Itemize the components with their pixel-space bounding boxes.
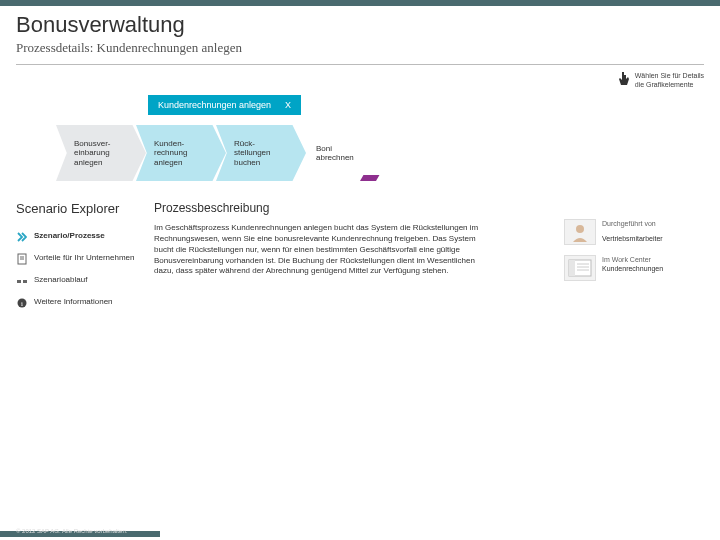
copyright: © 2012 SAP AG. Alle Rechte vorbehalten.: [16, 528, 127, 534]
svg-text:i: i: [21, 300, 23, 308]
process-flow: Bonusver- einbarung anlegen Kunden- rech…: [40, 119, 720, 181]
hint-row: Wählen Sie für Details die Grafikelement…: [0, 65, 720, 91]
info-icon: i: [16, 297, 28, 309]
workcenter-thumb: [564, 255, 596, 281]
explorer-item-label: Szenario/Prozesse: [34, 231, 105, 240]
flow-step-3[interactable]: Rück- stellungen buchen: [216, 125, 306, 181]
performed-by-label: Durchgeführt von: [602, 219, 663, 228]
flow-step-2[interactable]: Kunden- rechnung anlegen: [136, 125, 226, 181]
panel-row: Kundenrechnungen anlegen X: [0, 95, 720, 115]
flow-step-1[interactable]: Bonusver- einbarung anlegen: [56, 125, 146, 181]
flow-step-3-label: Rück- stellungen buchen: [234, 139, 270, 168]
panel-header: Kundenrechnungen anlegen X: [148, 95, 301, 115]
hint-line2: die Grafikelemente: [635, 80, 704, 89]
explorer-item-label: Vorteile für Ihr Unternehmen: [34, 253, 135, 262]
explorer-heading: Scenario Explorer: [16, 201, 136, 217]
hint-line1: Wählen Sie für Details: [635, 71, 704, 80]
avatar-thumb: [564, 219, 596, 245]
scenario-explorer: Scenario Explorer Szenario/Prozesse Vort…: [16, 201, 136, 319]
document-icon: [16, 253, 28, 265]
svg-rect-6: [17, 280, 21, 283]
pointer-icon: [617, 71, 631, 89]
work-center-block: Im Work Center Kundenrechnungen: [564, 255, 704, 281]
svg-rect-7: [23, 280, 27, 283]
description-panel: Prozessbeschreibung Im Geschäftsprozess …: [154, 201, 546, 319]
panel-title: Kundenrechnungen anlegen: [158, 100, 271, 110]
flow-post-step[interactable]: Boni abrechnen: [296, 125, 376, 181]
svg-rect-12: [569, 260, 575, 276]
flow-step-2-label: Kunden- rechnung anlegen: [154, 139, 187, 168]
meta-panel: Durchgeführt von Vertriebsmitarbeiter Im…: [564, 201, 704, 319]
page-title: Bonusverwaltung: [16, 12, 704, 38]
performed-by-value: Vertriebsmitarbeiter: [602, 234, 663, 243]
explorer-item-info[interactable]: i Weitere Informationen: [16, 297, 136, 309]
lower-section: Scenario Explorer Szenario/Prozesse Vort…: [0, 181, 720, 319]
header: Bonusverwaltung Prozessdetails: Kundenre…: [0, 6, 720, 64]
flow-post-label: Boni abrechnen: [316, 144, 354, 163]
description-heading: Prozessbeschreibung: [154, 201, 546, 215]
performed-by-block: Durchgeführt von Vertriebsmitarbeiter: [564, 219, 704, 245]
explorer-item-benefits[interactable]: Vorteile für Ihr Unternehmen: [16, 253, 136, 265]
explorer-item-label: Szenarioablauf: [34, 275, 87, 284]
footer: © 2012 SAP AG. Alle Rechte vorbehalten.: [0, 522, 720, 540]
chevron-right-icon: [16, 231, 28, 243]
flow-step-1-label: Bonusver- einbarung anlegen: [74, 139, 110, 168]
svg-point-10: [576, 225, 584, 233]
explorer-item-flow[interactable]: Szenarioablauf: [16, 275, 136, 287]
work-center-label: Im Work Center: [602, 255, 663, 264]
explorer-item-scenario[interactable]: Szenario/Prozesse: [16, 231, 136, 243]
page-subtitle: Prozessdetails: Kundenrechnungen anlegen: [16, 40, 704, 56]
close-icon[interactable]: X: [285, 100, 291, 110]
work-center-value: Kundenrechnungen: [602, 264, 663, 273]
hint-text: Wählen Sie für Details die Grafikelement…: [635, 71, 704, 89]
description-body: Im Geschäftsprozess Kundenrechnungen anl…: [154, 223, 494, 277]
explorer-item-label: Weitere Informationen: [34, 297, 113, 306]
flow-icon: [16, 275, 28, 287]
